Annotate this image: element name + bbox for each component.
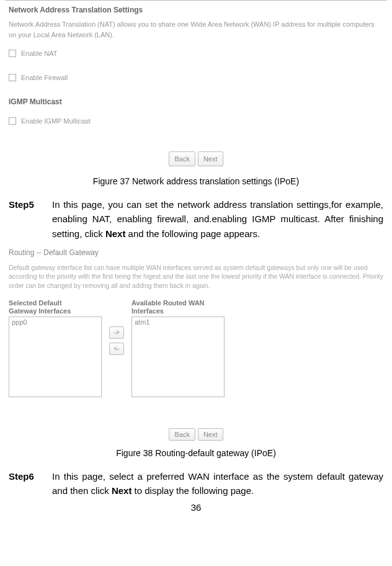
nat-button-row: Back Next <box>9 151 383 167</box>
checkbox-icon[interactable] <box>9 74 16 81</box>
interface-row: Selected Default Gateway Interfaces ppp0… <box>9 299 383 397</box>
step5-text: In this page, you can set the network ad… <box>52 197 383 241</box>
available-heading: Available Routed WAN Interfaces <box>131 299 218 315</box>
back-button[interactable]: Back <box>169 151 195 167</box>
nat-settings-screenshot: Network Address Translation Settings Net… <box>5 0 387 171</box>
step5-row: Step5 In this page, you can set the netw… <box>9 197 383 241</box>
checkbox-icon[interactable] <box>9 50 16 57</box>
routing-screenshot: Routing -- Default Gateway Default gatew… <box>5 245 387 443</box>
available-listbox[interactable]: atm1 <box>131 317 225 397</box>
selected-listbox[interactable]: ppp0 <box>9 317 102 397</box>
enable-igmp-label: Enable IGMP Multicast <box>21 116 91 127</box>
step6-row: Step6 In this page, select a preferred W… <box>9 469 383 498</box>
routing-description: Default gateway interface list can have … <box>9 263 383 290</box>
arrow-column: -> <- <box>109 326 124 355</box>
figure-38-caption: Figure 38 Routing-default gateway (IPoE) <box>5 448 387 458</box>
step6-bold: Next <box>112 485 132 496</box>
selected-heading: Selected Default Gateway Interfaces <box>9 299 83 315</box>
page-number: 36 <box>5 502 387 513</box>
selected-column: Selected Default Gateway Interfaces ppp0 <box>9 299 102 397</box>
move-right-button[interactable]: -> <box>109 326 124 339</box>
enable-nat-row: Enable NAT <box>9 48 383 59</box>
step5-text-2: and the following page appears. <box>125 228 260 239</box>
routing-title: Routing -- Default Gateway <box>9 248 383 257</box>
step5-bold: Next <box>105 228 126 239</box>
enable-firewall-row: Enable Firewall <box>9 73 383 83</box>
igmp-heading: IGMP Multicast <box>9 96 383 107</box>
list-item[interactable]: atm1 <box>135 318 221 326</box>
step6-text: In this page, select a preferred WAN int… <box>52 469 383 498</box>
step5-label: Step5 <box>9 197 41 241</box>
back-button[interactable]: Back <box>169 428 195 441</box>
enable-igmp-row: Enable IGMP Multicast <box>9 116 383 127</box>
list-item[interactable]: ppp0 <box>12 318 99 326</box>
nat-description: Network Address Translation (NAT) allows… <box>9 19 383 40</box>
figure-37-caption: Figure 37 Network address translation se… <box>5 176 387 186</box>
enable-nat-label: Enable NAT <box>21 48 58 59</box>
routing-button-row: Back Next <box>9 428 383 441</box>
next-button[interactable]: Next <box>198 151 223 167</box>
available-column: Available Routed WAN Interfaces atm1 <box>131 299 225 397</box>
step6-text-2: to display the following page. <box>131 485 254 496</box>
step6-label: Step6 <box>9 469 41 498</box>
checkbox-icon[interactable] <box>9 117 16 125</box>
next-button[interactable]: Next <box>198 428 223 441</box>
enable-firewall-label: Enable Firewall <box>21 73 68 83</box>
move-left-button[interactable]: <- <box>109 343 124 355</box>
nat-title: Network Address Translation Settings <box>9 4 383 16</box>
document-page: Network Address Translation Settings Net… <box>0 0 392 513</box>
